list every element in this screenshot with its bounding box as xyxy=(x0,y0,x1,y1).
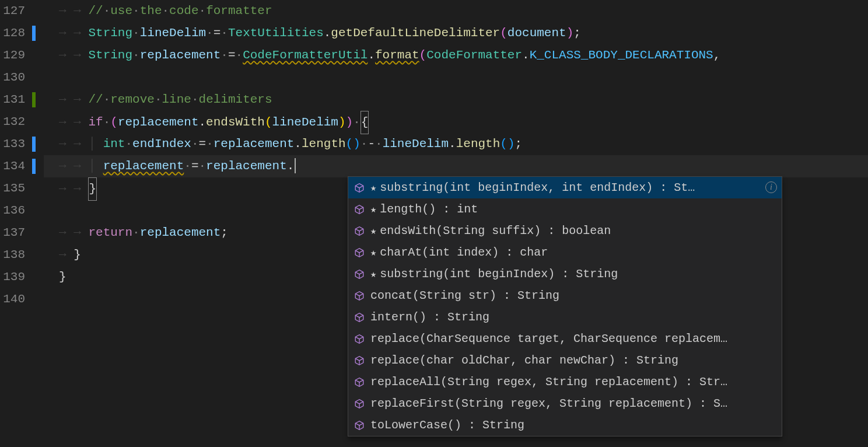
suggest-item[interactable]: ★substring(int beginIndex) : String xyxy=(348,263,782,285)
code-line[interactable]: → → //·use·the·code·formatter xyxy=(44,0,868,22)
star-icon: ★ xyxy=(370,246,376,259)
method-icon xyxy=(353,181,366,194)
line-number: 129 xyxy=(0,44,25,67)
method-icon xyxy=(353,354,366,367)
line-number: 133 xyxy=(0,133,25,155)
change-bar-icon xyxy=(32,26,36,41)
suggest-item[interactable]: replaceFirst(String regex, String replac… xyxy=(348,393,782,414)
suggest-label: substring(int beginIndex) : String xyxy=(380,267,777,281)
suggest-label: replaceAll(String regex, String replacem… xyxy=(370,375,777,389)
line-number: 130 xyxy=(0,67,25,89)
suggest-item[interactable]: intern() : String xyxy=(348,306,782,328)
suggest-label: intern() : String xyxy=(370,310,777,324)
suggest-item[interactable]: toLowerCase() : String xyxy=(348,414,782,436)
suggest-label: substring(int beginIndex, int endIndex) … xyxy=(380,181,777,194)
line-number: 140 xyxy=(0,288,25,310)
line-number: 139 xyxy=(0,266,25,288)
code-line[interactable]: → → String·lineDelim·=·TextUtilities.get… xyxy=(44,22,868,44)
method-icon xyxy=(353,311,366,324)
line-number: 136 xyxy=(0,200,25,222)
suggest-item[interactable]: ★length() : int xyxy=(348,198,782,220)
suggest-item[interactable]: ★charAt(int index) : char xyxy=(348,242,782,263)
suggest-label: replace(char oldChar, char newChar) : St… xyxy=(370,354,777,367)
code-line[interactable]: → → │ int·endIndex·=·replacement.length(… xyxy=(44,133,868,155)
method-icon xyxy=(353,289,366,302)
method-icon xyxy=(353,203,366,216)
star-icon: ★ xyxy=(370,225,376,237)
suggest-item[interactable]: replace(char oldChar, char newChar) : St… xyxy=(348,350,782,371)
code-line[interactable]: → → │ replacement·=·replacement. xyxy=(44,155,868,177)
suggest-item[interactable]: concat(String str) : String xyxy=(348,285,782,306)
star-icon: ★ xyxy=(370,268,376,280)
star-icon: ★ xyxy=(370,203,376,215)
line-number: 135 xyxy=(0,177,25,200)
method-icon xyxy=(353,246,366,259)
line-number: 137 xyxy=(0,222,25,244)
suggest-item[interactable]: replace(CharSequence target, CharSequenc… xyxy=(348,328,782,350)
suggest-label: concat(String str) : String xyxy=(370,289,777,302)
code-line[interactable]: → → if·(replacement.endsWith(lineDelim))… xyxy=(44,111,868,133)
star-icon: ★ xyxy=(370,181,376,194)
line-number: 131 xyxy=(0,89,25,111)
suggest-label: replace(CharSequence target, CharSequenc… xyxy=(370,332,777,345)
suggest-label: endsWith(String suffix) : boolean xyxy=(380,224,777,238)
change-bar-icon xyxy=(32,159,36,174)
suggest-label: toLowerCase() : String xyxy=(370,418,777,432)
line-number: 128 xyxy=(0,22,25,44)
line-number: 134 xyxy=(0,155,25,177)
code-line[interactable]: → → //·remove·line·delimiters xyxy=(44,89,868,111)
glyph-margin xyxy=(32,0,44,447)
suggest-label: replaceFirst(String regex, String replac… xyxy=(370,397,777,410)
intellisense-suggest-widget[interactable]: i ★substring(int beginIndex, int endInde… xyxy=(348,176,782,436)
method-icon xyxy=(353,268,366,281)
text-cursor xyxy=(295,158,296,173)
method-icon xyxy=(353,376,366,389)
method-icon xyxy=(353,397,366,410)
line-number: 127 xyxy=(0,0,25,22)
line-number: 132 xyxy=(0,111,25,133)
suggest-item[interactable]: ★substring(int beginIndex, int endIndex)… xyxy=(348,177,782,198)
suggest-label: length() : int xyxy=(380,202,777,216)
change-bar-icon xyxy=(32,137,36,152)
method-icon xyxy=(353,225,366,238)
change-bar-icon xyxy=(32,92,36,107)
code-line[interactable]: → → String·replacement·=·CodeFormatterUt… xyxy=(44,44,868,67)
suggest-item[interactable]: replaceAll(String regex, String replacem… xyxy=(348,371,782,393)
code-line[interactable] xyxy=(44,67,868,89)
method-icon xyxy=(353,333,366,345)
line-number: 138 xyxy=(0,244,25,266)
suggest-info-icon[interactable]: i xyxy=(765,181,777,193)
method-icon xyxy=(353,419,366,432)
line-number-gutter: 1271281291301311321331341351361371381391… xyxy=(0,0,32,447)
suggest-item[interactable]: ★endsWith(String suffix) : boolean xyxy=(348,220,782,242)
suggest-label: charAt(int index) : char xyxy=(380,246,777,259)
